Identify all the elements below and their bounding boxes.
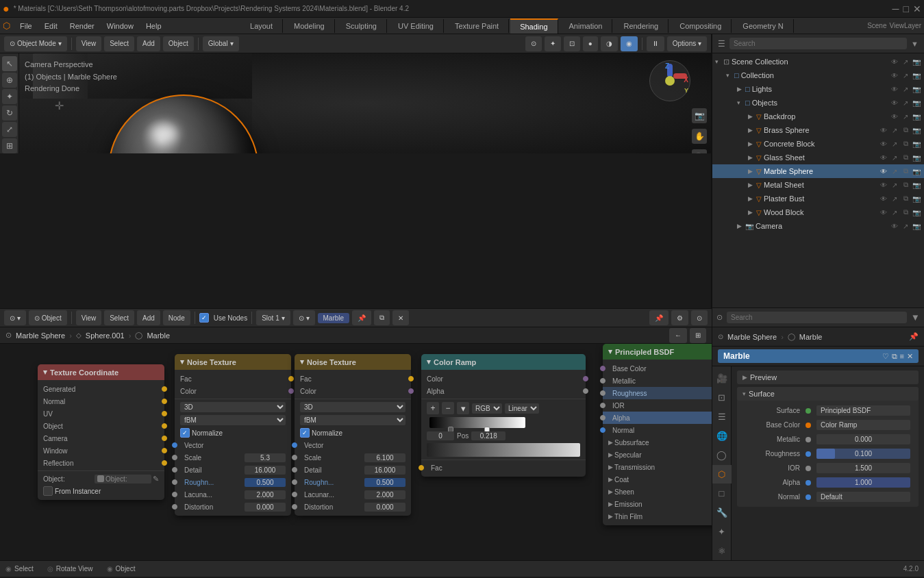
overlay-btn[interactable]: ⊙	[525, 36, 542, 51]
noise1-header[interactable]: ▾ Noise Texture	[175, 354, 291, 370]
wb-render-btn[interactable]: 📷	[912, 209, 921, 216]
props-physics-icon[interactable]: ⚛	[712, 542, 732, 560]
ms-link-btn[interactable]: ⧉	[901, 167, 910, 175]
n1-basis-select[interactable]: fBM	[180, 415, 286, 425]
ne-overlay-btn[interactable]: ⊙	[691, 310, 708, 325]
n1-normalize-cb[interactable]: ✓	[180, 428, 190, 438]
mat-browse-btn[interactable]: ≡	[900, 352, 904, 361]
tab-compositing[interactable]: Compositing	[670, 19, 732, 33]
use-nodes-checkbox[interactable]: ✓	[199, 313, 209, 323]
viewport-shading-render[interactable]: ◉	[621, 36, 638, 51]
film-icon[interactable]: 🎥	[692, 149, 707, 153]
tab-layout[interactable]: Layout	[240, 19, 283, 33]
pb2-sel-btn[interactable]: ↗	[890, 195, 899, 203]
editor-type-btn[interactable]: ⊙ ▾	[4, 310, 26, 325]
obj-col-eye-btn[interactable]: 👁	[890, 99, 899, 107]
cam-eye-btn[interactable]: 👁	[890, 223, 899, 230]
move-tool-icon[interactable]: ✦	[2, 89, 17, 104]
n1-lacunarity-input[interactable]: 2.000	[245, 490, 286, 499]
tc-obj-edit-icon[interactable]: ✎	[153, 475, 159, 483]
node-canvas[interactable]: ▾ Texture Coordinate Generated Normal	[0, 344, 712, 560]
cr-add-stop-btn[interactable]: +	[427, 402, 439, 414]
wb-eye-btn[interactable]: 👁	[879, 209, 888, 216]
ms-sel-btn[interactable]: ↗	[890, 168, 899, 175]
objects-collection-item[interactable]: ▾ □ Objects 👁 ↗ 📷	[712, 96, 924, 110]
mts-eye-btn[interactable]: 👁	[879, 181, 888, 189]
props-object-icon[interactable]: □	[712, 484, 732, 503]
gs-sel-btn[interactable]: ↗	[890, 154, 899, 162]
props-filter-btn[interactable]: ▼	[911, 312, 920, 323]
concrete-block-item[interactable]: ▶ ▽ Concrete Block 👁 ↗ ⧉ 📷	[712, 137, 924, 151]
ne-select-btn[interactable]: Select	[104, 310, 134, 325]
n2-normalize-cb[interactable]: ✓	[300, 428, 310, 438]
bs-render-btn[interactable]: 📷	[912, 127, 921, 134]
mts-link-btn[interactable]: ⧉	[901, 181, 910, 189]
lights-render-btn[interactable]: 📷	[912, 86, 921, 93]
ms-eye-btn[interactable]: 👁	[879, 168, 888, 175]
props-material-icon[interactable]: ⬡	[712, 465, 732, 483]
noise2-header[interactable]: ▾ Noise Texture	[295, 354, 411, 370]
close-btn[interactable]: ✕	[913, 3, 921, 14]
options-btn[interactable]: Options ▾	[667, 36, 707, 51]
tab-uv[interactable]: UV Editing	[388, 19, 444, 33]
props-scene-icon[interactable]: 🌐	[712, 427, 732, 445]
bs-sel-btn[interactable]: ↗	[890, 127, 899, 134]
n1-scale-input[interactable]: 5.3	[245, 453, 286, 462]
col-eye-btn[interactable]: 👁	[890, 72, 899, 79]
ne-options-btn[interactable]: ⚙	[671, 310, 688, 325]
bs-eye-btn[interactable]: 👁	[879, 127, 888, 134]
ms-render-btn[interactable]: 📷	[912, 168, 921, 175]
tab-rendering[interactable]: Rendering	[614, 19, 669, 33]
mat-heart-btn[interactable]: ♡	[882, 352, 889, 361]
base-color-value[interactable]: Color Ramp	[816, 420, 910, 430]
metal-sheet-item[interactable]: ▶ ▽ Metal Sheet 👁 ↗ ⧉ 📷	[712, 178, 924, 192]
minimize-btn[interactable]: ─	[892, 3, 899, 14]
metallic-value[interactable]: 0.000	[816, 434, 910, 444]
n2-lacunarity-input[interactable]: 2.000	[364, 490, 405, 499]
props-output-icon[interactable]: ⊡	[712, 388, 732, 407]
scene-render-btn[interactable]: 📷	[912, 58, 921, 66]
props-pin-btn[interactable]: 📌	[909, 332, 919, 341]
surface-type-value[interactable]: Principled BSDF	[816, 405, 910, 416]
glass-sheet-item[interactable]: ▶ ▽ Glass Sheet 👁 ↗ ⧉ 📷	[712, 151, 924, 164]
view-btn[interactable]: View	[76, 36, 102, 51]
bs-link-btn[interactable]: ⧉	[901, 126, 910, 134]
camera-item[interactable]: ▶ 📷 Camera 👁 ↗ 📷	[712, 219, 924, 233]
n2-distortion-input[interactable]: 0.000	[364, 503, 405, 512]
ne-node-btn[interactable]: Node	[163, 310, 190, 325]
n2-basis-select[interactable]: fBM	[300, 415, 405, 425]
camera-view-icon[interactable]: 📷	[692, 108, 707, 123]
cr-remove-stop-btn[interactable]: −	[442, 402, 454, 414]
maximize-btn[interactable]: □	[903, 3, 909, 14]
ne-view-btn[interactable]: View	[76, 310, 102, 325]
breadcrumb-sphere001[interactable]: Sphere.001	[86, 331, 125, 340]
ior-value[interactable]: 1.500	[816, 463, 910, 473]
n2-detail-input[interactable]: 16.000	[364, 466, 405, 475]
bd-sel-btn[interactable]: ↗	[901, 113, 910, 121]
pause-btn[interactable]: ⏸	[647, 36, 664, 51]
hand-tool-icon[interactable]: ✋	[692, 129, 707, 144]
breadcrumb-marble[interactable]: Marble	[147, 331, 170, 340]
outliner-search[interactable]	[729, 38, 907, 49]
unlink-btn[interactable]: ✕	[392, 310, 409, 325]
select-tool-icon[interactable]: ↖	[2, 56, 17, 71]
menu-edit[interactable]: Edit	[39, 21, 63, 32]
sidebar-toggle-btn[interactable]: ⊞	[690, 328, 706, 343]
n2-dimension-select[interactable]: 3D	[300, 402, 405, 412]
viewport-shading-wire[interactable]: ⊡	[564, 36, 580, 51]
breadcrumb-back-btn[interactable]: ←	[669, 328, 687, 343]
menu-window[interactable]: Window	[101, 21, 139, 32]
n1-dimension-select[interactable]: 3D	[180, 402, 286, 412]
marble-sphere-item[interactable]: ▶ ▽ Marble Sphere 👁 ↗ ⧉ 📷	[712, 164, 924, 178]
col-render-btn[interactable]: 📷	[912, 72, 921, 79]
gs-link-btn[interactable]: ⧉	[901, 153, 910, 162]
cb-link-btn[interactable]: ⧉	[901, 140, 910, 148]
cb-eye-btn[interactable]: 👁	[879, 140, 888, 148]
pin-btn[interactable]: 📌	[352, 310, 371, 325]
pb2-render-btn[interactable]: 📷	[912, 195, 921, 203]
outliner-filter-btn[interactable]: ▼	[911, 40, 919, 48]
n1-detail-input[interactable]: 16.000	[245, 466, 286, 475]
lights-item[interactable]: ▶ □ Lights 👁 ↗ 📷	[712, 82, 924, 96]
color-ramp-gradient[interactable]	[429, 417, 525, 428]
viewport-shading-solid[interactable]: ●	[583, 36, 598, 51]
